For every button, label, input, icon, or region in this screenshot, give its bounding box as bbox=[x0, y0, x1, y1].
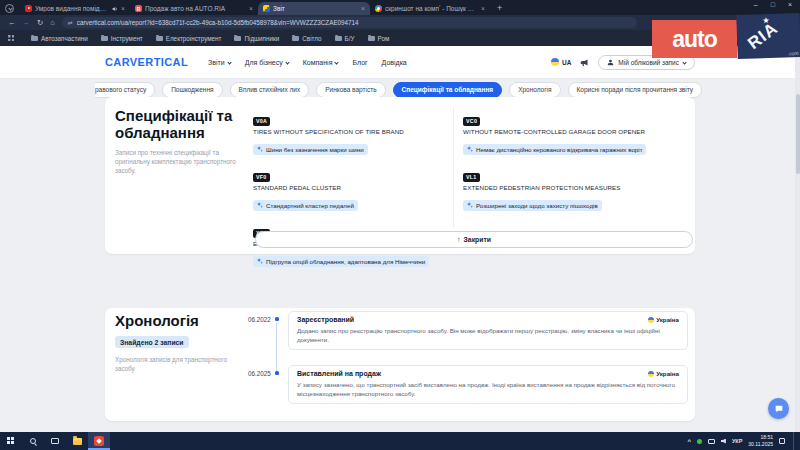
translation-pill: Шини без зазначення марки шини bbox=[253, 144, 368, 155]
bookmark-folder[interactable]: Ром bbox=[368, 35, 390, 42]
screen: Умров видання помідн… × R Продаж авто на… bbox=[0, 0, 800, 450]
translation-pill: Немає дистанційно керованого відкривача … bbox=[463, 144, 646, 155]
section-description: Записи про технічні специфікації та ориг… bbox=[115, 148, 247, 176]
google-favicon bbox=[375, 5, 382, 12]
address-bar[interactable]: ⇄ carvertical.com/ua/report?id=638cd71f-… bbox=[62, 17, 637, 28]
timeline-intro: Хронологія Знайдено 2 записи Хронологія … bbox=[115, 312, 245, 374]
report-tab-timeline[interactable]: Хронологія bbox=[509, 82, 560, 98]
taskbar-clock[interactable]: 18:51 30.11.2025 bbox=[748, 434, 773, 448]
report-tab-damages[interactable]: Пошкодження bbox=[162, 82, 222, 98]
event-date: 06.2025 bbox=[248, 370, 271, 377]
chevron-down-icon bbox=[227, 60, 231, 64]
volume-tray-icon[interactable] bbox=[721, 439, 726, 444]
browser-tab-autoria[interactable]: R Продаж авто на AUTO.RIA × bbox=[130, 2, 258, 15]
bookmark-folder[interactable]: Автозапчастини bbox=[31, 35, 88, 42]
section-description: Хронологія записів для транспортного зас… bbox=[115, 355, 245, 374]
reload-icon[interactable]: ↻ bbox=[37, 19, 43, 27]
timeline-card: Хронологія Знайдено 2 записи Хронологія … bbox=[105, 308, 695, 421]
translation-pill: Стандартний кластер педалей bbox=[253, 200, 358, 211]
spec-item: VC0 WITHOUT REMOTE-CONTROLLED GARAGE DOO… bbox=[463, 109, 687, 156]
site-info-icon[interactable]: ⇄ bbox=[68, 20, 73, 26]
spec-item: VF0 STANDARD PEDAL CLUSTER Стандартний к… bbox=[253, 165, 449, 212]
antivirus-tray-icon[interactable] bbox=[697, 439, 702, 444]
bookmark-folder[interactable]: Б/У bbox=[335, 35, 355, 42]
windows-taskbar: ^ УКР 18:51 30.11.2025 bbox=[0, 432, 800, 450]
tab-close-icon[interactable]: × bbox=[121, 5, 125, 12]
sparkle-icon bbox=[257, 258, 263, 264]
apps-grid-icon[interactable] bbox=[8, 35, 14, 41]
megaphone-icon[interactable] bbox=[580, 58, 589, 67]
scrollbar-thumb[interactable] bbox=[796, 94, 800, 174]
spec-item: V0A TIRES WITHOUT SPECIFICATION OF TIRE … bbox=[253, 109, 449, 156]
show-desktop-button[interactable] bbox=[793, 432, 796, 450]
nav-item-blog[interactable]: Блог bbox=[352, 59, 367, 66]
language-switcher[interactable]: UA bbox=[551, 58, 571, 66]
chat-widget-button[interactable] bbox=[768, 398, 789, 419]
browser-tab-google-search[interactable]: скриншот на компʼ - Пошук G… × bbox=[370, 2, 490, 15]
nav-item-company[interactable]: Компанія bbox=[303, 59, 339, 66]
spec-column-left: V0A TIRES WITHOUT SPECIFICATION OF TIRE … bbox=[253, 109, 449, 277]
nav-item-reports[interactable]: Звіти bbox=[208, 59, 231, 66]
section-title: Хронологія bbox=[115, 312, 245, 329]
tab-close-icon[interactable]: × bbox=[361, 5, 365, 12]
report-tab-market-value[interactable]: Ринкова вартість bbox=[316, 82, 385, 98]
timeline-dot bbox=[275, 317, 279, 321]
tab-search-icon[interactable] bbox=[5, 4, 14, 13]
sparkle-icon bbox=[467, 202, 473, 208]
tab-close-icon[interactable]: × bbox=[481, 5, 485, 12]
ukraine-flag-icon bbox=[551, 58, 559, 66]
action-center-icon[interactable] bbox=[779, 438, 785, 444]
new-tab-button[interactable]: + bbox=[497, 4, 502, 13]
carvertical-page: CARVERTICAL Звіти Для бізнесу Компанія Б… bbox=[0, 46, 800, 432]
page-scrollbar[interactable] bbox=[795, 46, 800, 432]
language-indicator[interactable]: УКР bbox=[732, 438, 742, 444]
nav-item-business[interactable]: Для бізнесу bbox=[245, 59, 289, 66]
tray-expand-icon[interactable]: ^ bbox=[687, 438, 691, 444]
forward-icon[interactable]: → bbox=[23, 19, 31, 27]
audio-speaker-icon[interactable] bbox=[112, 6, 118, 12]
task-view-button[interactable] bbox=[44, 432, 66, 450]
spec-name: TIRES WITHOUT SPECIFICATION OF TIRE BRAN… bbox=[253, 128, 449, 135]
column-divider bbox=[453, 107, 454, 227]
display-tray-icon[interactable] bbox=[708, 439, 715, 444]
browser-tab-report-active[interactable]: Звіт × bbox=[258, 2, 370, 15]
bookmark-folder[interactable]: Світло bbox=[292, 35, 321, 42]
browser-tab-youtube[interactable]: Умров видання помідн… × bbox=[20, 2, 130, 15]
report-tab-legal-status[interactable]: Перевірка правового статусу bbox=[95, 82, 155, 98]
taskbar-search-button[interactable] bbox=[22, 432, 44, 450]
tab-title: Звіт bbox=[273, 5, 358, 12]
watermark-com: .com bbox=[788, 50, 799, 56]
chevron-down-icon bbox=[335, 60, 339, 64]
spec-name: WITHOUT REMOTE-CONTROLLED GARAGE DOOR OP… bbox=[463, 128, 687, 135]
back-icon[interactable]: ← bbox=[8, 19, 16, 27]
ukraine-flag-icon bbox=[648, 371, 654, 377]
tab-close-icon[interactable]: × bbox=[249, 5, 253, 12]
minimize-button[interactable]: – bbox=[754, 1, 758, 8]
collapse-section-button[interactable]: ↑ Закрити bbox=[255, 231, 693, 248]
close-window-button[interactable]: × bbox=[788, 1, 792, 8]
tab-title: Продаж авто на AUTO.RIA bbox=[145, 5, 246, 12]
report-tab-natural-disasters[interactable]: Вплив стихійних лих bbox=[230, 82, 310, 98]
arrow-up-icon: ↑ bbox=[457, 236, 461, 243]
carvertical-logo[interactable]: CARVERTICAL bbox=[105, 56, 188, 68]
report-tab-specifications-active[interactable]: Специфікації та обладнання bbox=[393, 82, 503, 98]
timeline-event-listed-for-sale: Виставлений на продаж Україна У запису з… bbox=[288, 365, 688, 404]
report-tab-tips[interactable]: Корисні поради після прочитання звіту bbox=[568, 82, 703, 98]
system-tray: ^ УКР 18:51 30.11.2025 bbox=[687, 432, 800, 450]
file-explorer-button[interactable] bbox=[66, 432, 88, 450]
timeline-event-registered: Зареєстрований Україна Додано запис про … bbox=[288, 311, 688, 350]
event-title: Зареєстрований bbox=[297, 316, 354, 323]
start-button[interactable] bbox=[0, 432, 22, 450]
nav-item-help[interactable]: Довідка bbox=[382, 59, 407, 66]
windows-logo-icon bbox=[7, 437, 15, 445]
person-icon bbox=[607, 59, 614, 66]
folder-icon bbox=[368, 36, 375, 41]
bookmark-folder[interactable]: Інструмент bbox=[101, 35, 143, 42]
home-icon[interactable]: ⌂ bbox=[50, 19, 55, 27]
browser-taskbar-button[interactable] bbox=[88, 432, 110, 450]
specifications-intro: Специфікації та обладнання Записи про те… bbox=[115, 107, 247, 176]
bookmark-folder[interactable]: Підшипники bbox=[234, 35, 279, 42]
tab-strip: Умров видання помідн… × R Продаж авто на… bbox=[0, 0, 800, 15]
maximize-button[interactable]: □ bbox=[771, 1, 775, 8]
bookmark-folder[interactable]: Електроінструмент bbox=[156, 35, 222, 42]
